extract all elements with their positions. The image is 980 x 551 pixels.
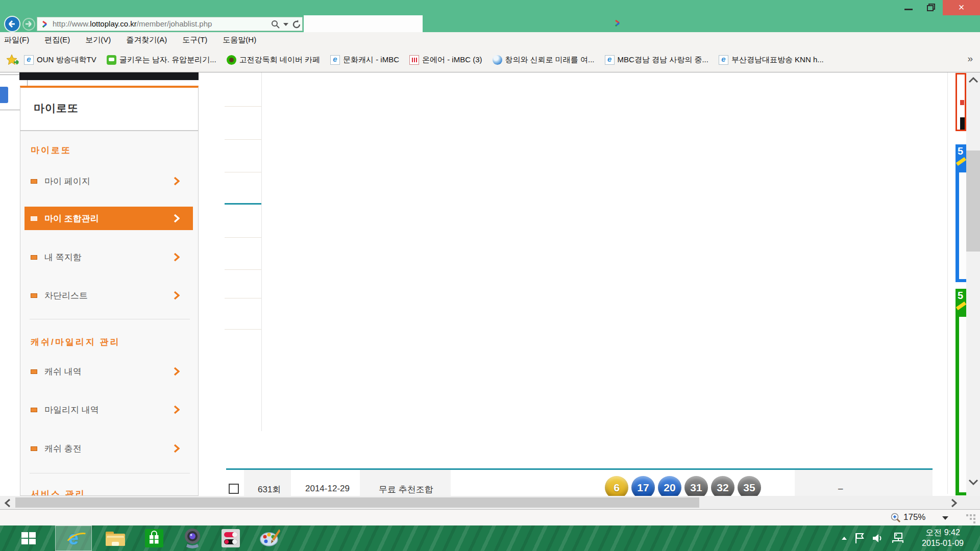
back-button[interactable] bbox=[4, 16, 20, 32]
favorites-overflow-chevron-icon[interactable]: » bbox=[967, 53, 973, 64]
network-icon[interactable] bbox=[891, 532, 905, 544]
refresh-icon[interactable] bbox=[291, 19, 302, 30]
url-domain: lottoplay.co.kr bbox=[90, 19, 136, 28]
favicon-icon bbox=[330, 55, 340, 65]
vertical-scrollbar[interactable] bbox=[966, 72, 980, 496]
sidebar-menu-panel: 마이로또 마이 페이지 마이 조합관리 내 쪽지함 차단리스트 캐쉬/마일리지 … bbox=[20, 131, 199, 496]
favorites-bar-item[interactable]: 창의와 신뢰로 미래를 여... bbox=[493, 55, 595, 65]
taskbar-clock[interactable]: 오전 9:42 2015-01-09 bbox=[912, 527, 974, 548]
table-row-line bbox=[225, 139, 261, 140]
windows-store-icon bbox=[145, 529, 163, 547]
sidebar-item-label: 마일리지 내역 bbox=[44, 404, 174, 416]
taskbar-camera-button[interactable] bbox=[177, 525, 208, 551]
paint-icon bbox=[259, 528, 281, 548]
address-bar[interactable]: http://www.lottoplay.co.kr/member/johabl… bbox=[37, 17, 303, 31]
forward-button[interactable] bbox=[22, 18, 35, 31]
search-dropdown-caret-icon[interactable] bbox=[283, 23, 288, 26]
tray-expand-icon[interactable] bbox=[841, 536, 847, 541]
bullet-icon bbox=[31, 293, 37, 298]
restore-button[interactable] bbox=[927, 4, 936, 12]
bullet-icon bbox=[31, 369, 37, 374]
bullet-icon bbox=[31, 179, 37, 184]
menu-edit[interactable]: 편집(E) bbox=[44, 35, 70, 45]
minimize-button[interactable] bbox=[904, 9, 913, 10]
favicon-icon bbox=[493, 55, 502, 65]
taskbar-ie-button[interactable]: e bbox=[55, 525, 92, 551]
sidebar-section-mylotto: 마이로또 bbox=[31, 144, 71, 157]
horizontal-scrollbar[interactable] bbox=[0, 496, 980, 509]
sidebar-item-label: 마이 조합관리 bbox=[44, 213, 174, 224]
favorites-bar: OUN 방송대학TV 굴키우는 남자. 유압분리기... 고전강독회 네이버 카… bbox=[0, 48, 980, 72]
browser-tab[interactable]: 로또플레이 :: No.1 로또정보... × bbox=[304, 15, 423, 32]
favorites-bar-item[interactable]: MBC경남 경남 사랑의 중... bbox=[605, 55, 708, 65]
bullet-icon bbox=[31, 216, 37, 221]
bullet-icon bbox=[31, 408, 37, 412]
close-button[interactable]: × bbox=[943, 0, 980, 15]
ball-number: 32 bbox=[717, 482, 728, 493]
table-teal-line bbox=[225, 203, 261, 205]
ad-yellow-slash bbox=[956, 157, 966, 166]
sidebar-title-box: 마이로또 bbox=[20, 86, 199, 131]
volume-icon[interactable] bbox=[872, 533, 884, 544]
chevron-right-icon bbox=[174, 291, 180, 300]
horizontal-scrollbar-thumb[interactable] bbox=[15, 497, 699, 508]
lotto-ball: 17 bbox=[631, 476, 655, 496]
favorites-bar-item[interactable]: 온에어 - iMBC (3) bbox=[409, 55, 482, 65]
window-titlebar: × bbox=[0, 0, 980, 15]
favorites-bar-item[interactable]: 굴키우는 남자. 유압분리기... bbox=[107, 55, 216, 65]
menu-help[interactable]: 도움말(H) bbox=[223, 35, 256, 45]
webcam-icon bbox=[181, 528, 204, 549]
menu-view[interactable]: 보기(V) bbox=[85, 35, 111, 45]
favorites-bar-item[interactable]: OUN 방송대학TV bbox=[24, 55, 96, 65]
start-button[interactable] bbox=[12, 525, 45, 551]
sidebar-top-dark-bar bbox=[19, 72, 199, 80]
ball-number: 20 bbox=[664, 482, 675, 493]
menu-tools[interactable]: 도구(T) bbox=[182, 35, 207, 45]
sidebar-item-mileage-history[interactable]: 마일리지 내역 bbox=[24, 399, 193, 420]
ad-image-fragment bbox=[960, 117, 966, 130]
vertical-scrollbar-thumb[interactable] bbox=[966, 151, 980, 252]
ad-banner-blue-fragment[interactable]: 5 bbox=[955, 144, 966, 282]
ball-number: 6 bbox=[614, 482, 620, 493]
table-row-line bbox=[225, 329, 261, 330]
zoom-magnifier-icon[interactable] bbox=[890, 512, 901, 523]
taskbar-file-explorer-button[interactable] bbox=[100, 525, 131, 551]
sidebar-item-block-list[interactable]: 차단리스트 bbox=[24, 285, 193, 306]
scroll-left-icon[interactable] bbox=[4, 498, 11, 508]
zoom-level[interactable]: 175% bbox=[903, 512, 925, 522]
ad-banner-red-fragment[interactable] bbox=[955, 73, 966, 131]
favorites-bar-item[interactable]: 부산경남대표방송 KNN h... bbox=[719, 55, 824, 65]
zoom-dropdown-caret-icon[interactable] bbox=[942, 516, 948, 520]
social-share-button[interactable] bbox=[0, 87, 8, 103]
sidebar-title: 마이로또 bbox=[34, 101, 198, 115]
sidebar-item-cash-history[interactable]: 캐쉬 내역 bbox=[24, 361, 193, 382]
sidebar-item-cash-charge[interactable]: 캐쉬 충전 bbox=[24, 438, 193, 459]
favicon-icon bbox=[719, 55, 728, 65]
sidebar-item-my-page[interactable]: 마이 페이지 bbox=[24, 171, 193, 191]
taskbar-store-button[interactable] bbox=[139, 525, 169, 551]
taskbar-toggles-app-button[interactable] bbox=[215, 525, 246, 551]
scroll-down-icon[interactable] bbox=[968, 479, 978, 486]
taskbar-paint-button[interactable] bbox=[254, 525, 286, 551]
row-checkbox[interactable] bbox=[229, 484, 239, 494]
scroll-right-icon[interactable] bbox=[950, 498, 958, 508]
add-favorite-star-icon[interactable] bbox=[6, 54, 19, 66]
ball-number: 31 bbox=[690, 482, 702, 493]
sidebar-divider bbox=[30, 473, 190, 473]
favorites-bar-item[interactable]: 문화캐시 - iMBC bbox=[330, 55, 399, 65]
table-row-line bbox=[225, 172, 261, 172]
favorites-bar-item[interactable]: 고전강독회 네이버 카페 bbox=[227, 55, 320, 65]
menu-favorites[interactable]: 즐겨찾기(A) bbox=[126, 35, 167, 45]
lotto-ball: 32 bbox=[711, 476, 734, 496]
search-icon[interactable] bbox=[271, 20, 280, 29]
action-center-flag-icon[interactable] bbox=[854, 532, 865, 544]
bullet-icon bbox=[31, 446, 37, 451]
ad-banner-green-fragment[interactable]: 5 bbox=[955, 289, 966, 495]
sidebar-item-my-combination-selected[interactable]: 마이 조합관리 bbox=[24, 207, 193, 230]
menu-bar: 파일(F) 편집(E) 보기(V) 즐겨찾기(A) 도구(T) 도움말(H) bbox=[0, 32, 980, 48]
resize-grip[interactable] bbox=[966, 514, 968, 516]
menu-file[interactable]: 파일(F) bbox=[4, 35, 29, 45]
scroll-up-icon[interactable] bbox=[968, 77, 978, 84]
table-row-line bbox=[225, 269, 261, 270]
sidebar-item-my-messages[interactable]: 내 쪽지함 bbox=[24, 247, 193, 267]
